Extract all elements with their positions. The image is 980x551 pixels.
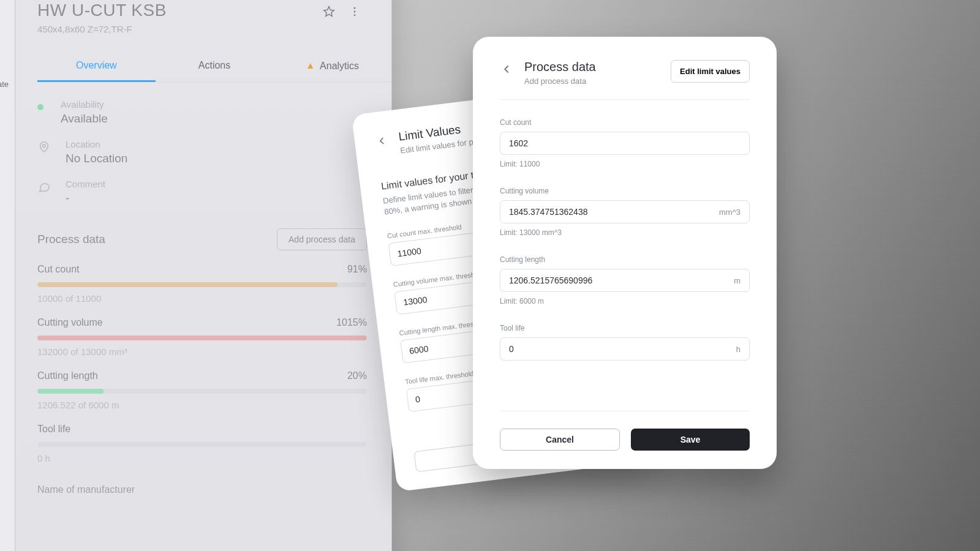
meta-comment: Comment - (37, 179, 367, 205)
detail-tabs: Overview Actions ▲Analytics (37, 51, 391, 82)
svg-point-3 (43, 144, 46, 148)
field-label: Cutting volume (500, 187, 750, 195)
metric-pct: 1015% (336, 317, 367, 328)
field-hint: Limit: 11000 (500, 160, 750, 168)
tool-life-input[interactable]: 0 h (500, 337, 750, 361)
field-value: 1206.5215765690996 (509, 276, 734, 285)
tab-actions[interactable]: Actions (156, 51, 274, 81)
back-arrow-icon[interactable] (375, 134, 388, 148)
metric-pct: 20% (347, 370, 367, 381)
metric-cut-count: Cut count91% 10000 of 11000 (37, 264, 391, 304)
field-value: 0 (509, 344, 736, 354)
tool-subtitle: 450x4,8x60 Z=72,TR-F (37, 24, 391, 34)
favorite-icon[interactable] (323, 6, 335, 18)
svg-point-1 (354, 11, 356, 13)
svg-point-0 (354, 7, 356, 9)
sliver-label: ate (0, 80, 9, 89)
tab-analytics-label: Analytics (320, 61, 359, 71)
process-data-subtitle: Add process data (524, 77, 660, 86)
metric-detail: 10000 of 11000 (37, 293, 367, 304)
field-hint: Limit: 13000 mm^3 (500, 228, 750, 237)
meta-location: Location No Location (37, 139, 367, 165)
field-hint: Limit: 6000 m (500, 297, 750, 305)
meta-availability: Availability Available (37, 99, 367, 126)
field-label: Tool life (500, 324, 750, 332)
field-unit: m (734, 276, 741, 285)
cutting-length-input[interactable]: 1206.5215765690996 m (500, 269, 750, 292)
metric-tool-life: Tool life 0 h (37, 424, 391, 463)
location-pin-icon (37, 140, 51, 154)
location-value: No Location (66, 152, 127, 165)
metric-name: Cutting length (37, 370, 98, 381)
left-column-sliver: ate (0, 0, 15, 551)
comment-value: - (66, 192, 105, 205)
field-label: Cutting length (500, 255, 750, 264)
metric-detail: 1206.522 of 6000 m (37, 400, 367, 410)
save-button[interactable]: Save (631, 429, 750, 451)
cut-count-input[interactable]: 1602 (500, 132, 750, 155)
field-unit: mm^3 (719, 208, 741, 217)
cut-count-field: Cut count 1602 Limit: 11000 (500, 118, 750, 168)
tab-analytics[interactable]: ▲Analytics (273, 51, 391, 81)
availability-value: Available (61, 112, 108, 126)
metric-name: Cut count (37, 264, 79, 275)
location-label: Location (66, 139, 127, 149)
cutting-length-field: Cutting length 1206.5215765690996 m Limi… (500, 255, 750, 305)
back-arrow-icon[interactable] (500, 62, 513, 76)
metric-detail: 0 h (37, 453, 367, 463)
more-menu-icon[interactable] (349, 6, 361, 18)
cancel-button[interactable]: Cancel (500, 429, 620, 451)
field-value: 1845.374751362438 (509, 207, 719, 217)
tab-overview[interactable]: Overview (37, 51, 156, 81)
comment-label: Comment (66, 179, 105, 189)
tool-life-field: Tool life 0 h (500, 324, 750, 361)
warning-icon: ▲ (306, 60, 315, 70)
cutting-volume-field: Cutting volume 1845.374751362438 mm^3 Li… (500, 187, 750, 237)
availability-label: Availability (61, 99, 108, 110)
status-dot-icon (37, 104, 43, 110)
field-value: 1602 (509, 138, 741, 148)
cutting-volume-input[interactable]: 1845.374751362438 mm^3 (500, 200, 750, 223)
tool-detail-panel: HW U-CUT KSB 450x4,8x60 Z=72,TR-F Overvi… (0, 0, 392, 551)
field-label: Cut count (500, 118, 750, 127)
process-data-heading: Process data (37, 233, 105, 246)
field-unit: h (736, 345, 741, 354)
process-data-title: Process data (524, 60, 660, 74)
add-process-data-button[interactable]: Add process data (277, 228, 367, 250)
metric-detail: 132000 of 13000 mm³ (37, 347, 367, 357)
process-data-card: Process data Add process data Edit limit… (473, 37, 777, 469)
edit-limit-values-button[interactable]: Edit limit values (671, 60, 750, 83)
manufacturer-label: Name of manufacturer (37, 484, 391, 495)
comment-icon (37, 180, 51, 193)
svg-point-2 (354, 14, 356, 16)
metric-name: Cutting volume (37, 317, 103, 328)
metric-name: Tool life (37, 424, 70, 435)
metric-cutting-length: Cutting length20% 1206.522 of 6000 m (37, 370, 391, 410)
metric-cutting-volume: Cutting volume1015% 132000 of 13000 mm³ (37, 317, 391, 357)
metric-pct: 91% (347, 264, 367, 275)
